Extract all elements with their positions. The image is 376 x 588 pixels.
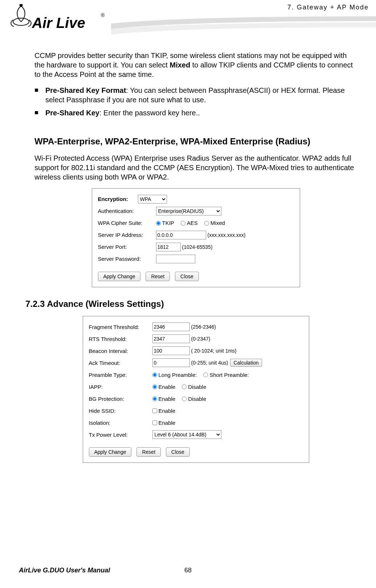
svg-text:®: ® [101,12,105,18]
rts-threshold-hint: (0-2347) [191,336,211,342]
chapter-title: 7. Gateway + AP Mode [287,4,369,11]
tx-power-label: Tx Power Level: [89,431,152,439]
preamble-type-label: Preamble Type: [89,371,152,379]
server-ip-label: Server IP Address: [98,231,156,239]
server-port-input[interactable] [156,243,181,251]
section-paragraph: Wi-Fi Protected Access (WPA) Enterprise … [34,153,357,182]
iapp-enable-radio[interactable]: Enable [152,383,176,391]
long-preamble-radio[interactable]: Long Preamble: [152,371,197,379]
header-decoration [111,15,376,36]
bullet-item: ■ Pre-Shared Key Format: You can select … [34,86,357,104]
server-port-label: Server Port: [98,243,156,251]
hide-ssid-label: Hide SSID: [89,407,152,415]
reset-button[interactable]: Reset [146,272,170,281]
encryption-select[interactable]: WPA [138,195,167,203]
bullet-square-icon: ■ [34,86,45,104]
fragment-threshold-hint: (256-2346) [191,324,216,330]
wpa-settings-panel: Encryption: WPA Authentication: Enterpri… [92,188,300,287]
short-preamble-radio[interactable]: Short Preamble: [203,371,249,379]
server-port-hint: (1024-65535) [182,244,213,250]
bg-disable-radio[interactable]: Disable [182,395,206,403]
authentication-select[interactable]: Enterprise(RADIUS) [156,207,221,215]
server-password-input[interactable] [156,255,195,263]
hide-ssid-checkbox[interactable]: Enable [152,407,176,415]
close-button[interactable]: Close [166,447,190,457]
authentication-label: Authentication: [98,207,156,215]
bg-protection-label: BG Protection: [89,395,152,403]
brand-logo: Air Live ® [7,2,108,38]
beacon-interval-label: Beacon Interval: [89,348,152,355]
apply-change-button[interactable]: Apply Change [89,447,132,457]
beacon-interval-hint: ( 20-1024; unit 1ms) [191,348,237,354]
fragment-threshold-label: Fragment Threshold: [89,324,152,331]
server-password-label: Server Password: [98,255,156,263]
encryption-label: Encryption: [98,196,138,203]
apply-change-button[interactable]: Apply Change [98,272,141,281]
iapp-disable-radio[interactable]: Disable [182,383,206,391]
svg-point-1 [20,4,22,7]
isolation-checkbox[interactable]: Enable [152,419,176,427]
rts-threshold-label: RTS Threshold: [89,336,152,343]
advance-settings-panel: Fragment Threshold: (256-2346) RTS Thres… [83,316,309,463]
bullet-square-icon: ■ [34,108,45,118]
intro-paragraph: CCMP provides better security than TKIP,… [34,51,357,79]
isolation-label: Isolation: [89,419,152,427]
server-ip-input[interactable] [156,231,206,239]
beacon-interval-input[interactable] [152,346,190,355]
tx-power-select[interactable]: Level 6 (About 14.4dB) [152,430,221,439]
ack-timeout-label: Ack Timeout: [89,359,152,367]
reset-button[interactable]: Reset [136,447,161,457]
section-heading: WPA-Enterprise, WPA2-Enterprise, WPA-Mix… [34,136,357,147]
page-number: 68 [184,567,192,574]
bullet-item: ■ Pre-Shared Key: Enter the password key… [34,108,357,118]
subsection-heading: 7.2.3 Advance (Wireless Settings) [25,298,357,309]
fragment-threshold-input[interactable] [152,322,190,331]
svg-text:Air Live: Air Live [32,15,85,31]
close-button[interactable]: Close [175,272,199,281]
server-ip-hint: (xxx.xxx.xxx.xxx) [208,232,246,238]
footer-title: AirLive G.DUO User's Manual [19,567,110,574]
cipher-aes-radio[interactable]: AES [181,219,198,227]
ack-timeout-hint: (0-255; unit 4us) [191,359,228,366]
iapp-label: IAPP: [89,383,152,391]
cipher-label: WPA Cipher Suite: [98,219,156,227]
rts-threshold-input[interactable] [152,334,190,343]
cipher-mixed-radio[interactable]: Mixed [204,219,225,227]
ack-timeout-input[interactable] [152,358,190,367]
cipher-tkip-radio[interactable]: TKIP [156,219,174,227]
bg-enable-radio[interactable]: Enable [152,395,176,403]
calculation-button[interactable]: Calculation [230,359,262,367]
